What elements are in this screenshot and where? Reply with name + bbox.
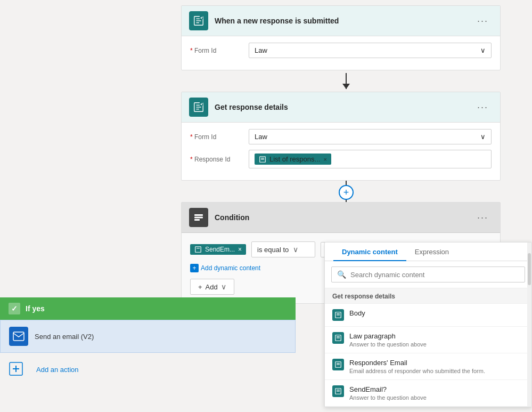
tab-expression[interactable]: Expression (406, 243, 457, 261)
forms2-icon (193, 101, 204, 113)
main-canvas: When a new response is submitted ··· * F… (0, 0, 532, 412)
trigger-formid-value: Law (255, 46, 267, 54)
getresponse-formid-dropdown[interactable]: Law ∨ (249, 129, 492, 144)
condition-step-icon (189, 208, 208, 227)
add-action-button[interactable]: Add an action (28, 359, 87, 380)
arrow-down-1 (342, 84, 350, 89)
tab-dynamic-label: Dynamic content (342, 248, 398, 256)
panel-item-sendemail[interactable]: SendEmail? Answer to the question above (325, 380, 531, 407)
condition-operator-chevron: ∨ (293, 245, 298, 254)
panel-scrollbar-thumb (528, 253, 531, 285)
panel-item-email-text: Responders' Email Email address of respo… (349, 359, 524, 374)
send-email-card[interactable]: Send an email (V2) (0, 320, 296, 353)
trigger-formid-row: * Form Id Law ∨ (190, 43, 492, 58)
search-box: 🔍 (331, 266, 525, 282)
step-trigger-card: When a new response is submitted ··· * F… (181, 5, 501, 70)
panel-item-body-text: Body (349, 309, 524, 317)
condition-chip: SendEm... × (190, 244, 246, 255)
chip-close[interactable]: × (323, 156, 326, 163)
panel-item-email-icon (332, 359, 344, 370)
condition-operator-dropdown[interactable]: is equal to ∨ (251, 241, 315, 257)
send-email-title: Send an email (V2) (35, 333, 94, 341)
connector-2: + (181, 181, 511, 202)
if-yes-section: ✓ If yes Send an email (V2) Add an (0, 297, 296, 386)
add-dynamic-content-link[interactable]: + Add dynamic content (190, 264, 260, 272)
panel-item-responderemail[interactable]: Responders' Email Email address of respo… (325, 353, 531, 380)
dynamic-content-panel: Dynamic content Expression 🔍 Get respons… (324, 242, 532, 407)
if-yes-check-icon: ✓ (9, 303, 20, 314)
panel-item-sendemail-icon (332, 385, 344, 397)
getresponse-body: * Form Id Law ∨ * Response Id (182, 123, 500, 180)
getresponse-title: Get response details (215, 103, 473, 111)
getresponse-responseid-row: * Response Id List of respons... × (190, 150, 492, 168)
trigger-title: When a new response is submitted (215, 17, 473, 25)
if-yes-label: If yes (26, 304, 45, 313)
panel-item-law-title: Law paragraph (349, 332, 524, 340)
item-sendemail-icon-svg (334, 387, 342, 395)
condition-chip-icon (194, 246, 202, 253)
step-trigger-header: When a new response is submitted ··· (182, 6, 500, 36)
chip-forms-icon (259, 156, 266, 163)
condition-header: Condition ··· (182, 203, 500, 233)
item-law-icon-svg (334, 334, 342, 342)
add-condition-button[interactable]: + Add ∨ (190, 279, 234, 295)
forms-icon (193, 15, 204, 27)
panel-item-email-title: Responders' Email (349, 359, 524, 367)
send-email-icon (9, 327, 28, 346)
getresponse-responseid-dropdown[interactable]: List of respons... × (249, 150, 492, 168)
svg-rect-14 (194, 217, 203, 219)
svg-rect-18 (13, 332, 24, 341)
panel-item-body-icon (332, 309, 344, 321)
step-getresponse-header: Get response details ··· (182, 92, 500, 123)
response-id-chip: List of respons... × (255, 154, 331, 165)
getresponse-icon (189, 98, 208, 117)
add-step-button[interactable]: + (339, 185, 354, 200)
panel-item-law-icon (332, 332, 344, 344)
condition-title: Condition (215, 213, 473, 222)
condition-operator-value: is equal to (257, 246, 289, 254)
add-action-icon (9, 361, 23, 376)
trigger-icon (189, 11, 208, 30)
search-input[interactable] (350, 271, 519, 279)
getresponse-formid-label: * Form Id (190, 133, 249, 141)
condition-menu-button[interactable]: ··· (473, 211, 493, 224)
getresponse-formid-row: * Form Id Law ∨ (190, 129, 492, 144)
condition-chip-close[interactable]: × (238, 246, 242, 253)
panel-item-body-title: Body (349, 309, 524, 317)
getresponse-responseid-label: * Response Id (190, 156, 249, 163)
add-dynamic-text: Add dynamic content (201, 264, 260, 272)
panel-item-sendemail-subtitle: Answer to the question above (349, 394, 524, 401)
panel-tabs: Dynamic content Expression (325, 243, 531, 261)
panel-item-sendemail-text: SendEmail? Answer to the question above (349, 385, 524, 401)
trigger-body: * Form Id Law ∨ (182, 36, 500, 70)
trigger-formid-dropdown[interactable]: Law ∨ (249, 43, 492, 58)
getresponse-menu-button[interactable]: ··· (473, 100, 493, 114)
trigger-formid-label: * Form Id (190, 47, 249, 54)
add-btn-label: Add (206, 283, 218, 291)
add-btn-chevron: ∨ (221, 282, 226, 291)
connector-1 (181, 70, 511, 92)
step-getresponse-card: Get response details ··· * Form Id Law ∨… (181, 92, 501, 181)
svg-rect-15 (194, 219, 200, 221)
svg-rect-13 (194, 214, 203, 216)
add-action-label: Add an action (36, 366, 79, 374)
tab-expression-label: Expression (415, 248, 449, 256)
getresponse-formid-chevron: ∨ (480, 133, 486, 141)
panel-item-law-subtitle: Answer to the question above (349, 341, 524, 348)
panel-item-body[interactable]: Body (325, 304, 531, 327)
email-icon-svg (12, 330, 25, 343)
panel-item-email-subtitle: Email address of responder who submitted… (349, 368, 524, 374)
trigger-menu-button[interactable]: ··· (473, 14, 493, 28)
panel-scrollbar[interactable] (527, 243, 531, 407)
panel-item-lawparagraph[interactable]: Law paragraph Answer to the question abo… (325, 327, 531, 353)
item-email-icon-svg (334, 361, 342, 368)
add-action-icon-container (9, 361, 23, 378)
add-dynamic-plus-icon: + (190, 264, 199, 272)
getresponse-formid-value: Law (255, 133, 267, 141)
tab-dynamic-content[interactable]: Dynamic content (333, 243, 406, 261)
panel-item-law-text: Law paragraph Answer to the question abo… (349, 332, 524, 348)
condition-chip-label: SendEm... (205, 246, 235, 253)
section-header-text: Get response details (332, 293, 395, 300)
chip-text: List of respons... (269, 155, 320, 163)
item-icon-svg (334, 311, 342, 319)
